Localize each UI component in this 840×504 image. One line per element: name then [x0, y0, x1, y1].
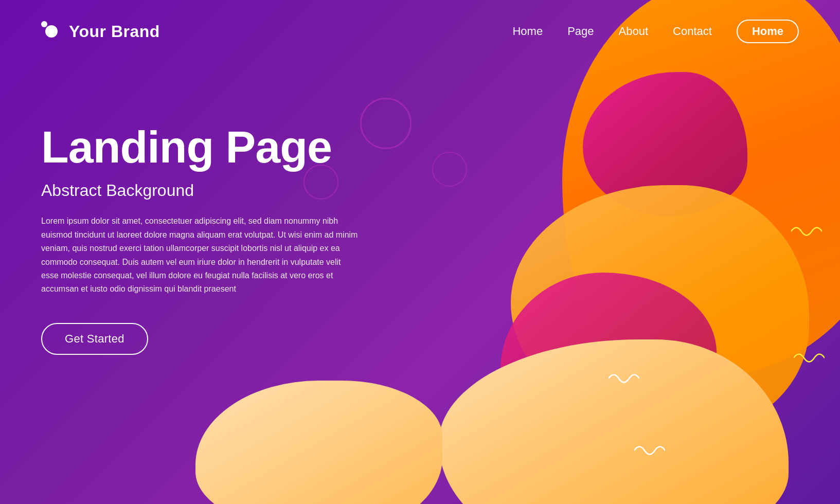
hero-subtitle: Abstract Background: [41, 181, 360, 200]
brand-dot-big: [45, 25, 58, 38]
brand-dot-small: [41, 21, 47, 27]
brand-name: Your Brand: [69, 22, 160, 41]
decorative-circle-small-right: [432, 152, 467, 187]
wavy-line-white-1: [609, 368, 639, 391]
nav-contact[interactable]: Contact: [673, 25, 712, 38]
hero-title: Landing Page: [41, 123, 360, 171]
nav-home-active[interactable]: Home: [737, 20, 799, 43]
wavy-line-yellow-1: [791, 221, 822, 244]
hero-content: Landing Page Abstract Background Lorem i…: [41, 123, 360, 355]
wavy-line-yellow-2: [794, 348, 825, 370]
page-container: Your Brand Home Page About Contact Home …: [0, 0, 840, 504]
decorative-circle-large: [360, 98, 412, 149]
cta-button[interactable]: Get Started: [41, 323, 148, 355]
navbar: Your Brand Home Page About Contact Home: [0, 0, 840, 63]
brand-logo[interactable]: Your Brand: [41, 21, 160, 42]
nav-links: Home Page About Contact Home: [512, 20, 799, 43]
nav-home[interactable]: Home: [512, 25, 543, 38]
wavy-line-white-2: [634, 440, 665, 463]
brand-icon: [41, 21, 62, 42]
nav-page[interactable]: Page: [567, 25, 594, 38]
blob-peach-bottom-left: [195, 381, 442, 504]
nav-about[interactable]: About: [619, 25, 649, 38]
hero-body-text: Lorem ipsum dolor sit amet, consectetuer…: [41, 214, 360, 296]
